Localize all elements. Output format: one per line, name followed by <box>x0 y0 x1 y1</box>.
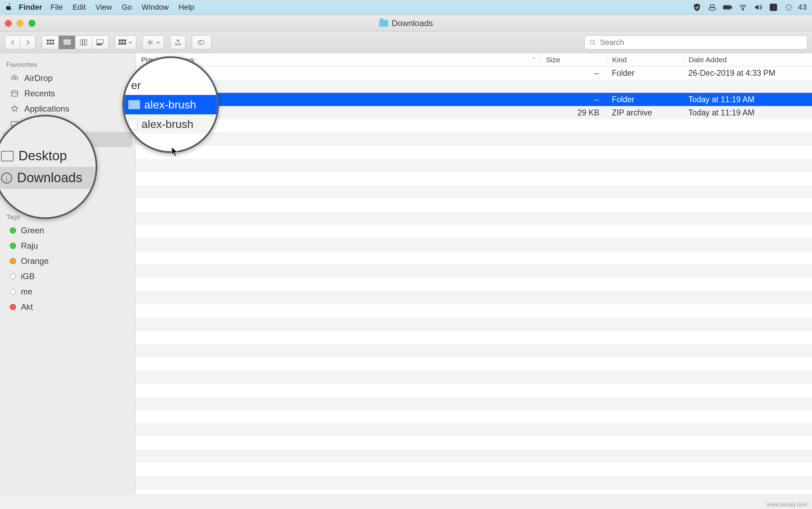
search-field[interactable] <box>585 35 807 49</box>
view-gallery-button[interactable] <box>92 35 108 49</box>
icloud-icon <box>10 150 19 159</box>
action-menu-button[interactable] <box>143 35 164 49</box>
file-kind: Folder <box>607 95 683 104</box>
svg-rect-4 <box>731 6 732 8</box>
svg-point-5 <box>742 9 743 10</box>
sidebar-tag-me[interactable]: me <box>0 284 135 299</box>
svg-rect-17 <box>80 40 82 45</box>
app-name[interactable]: Finder <box>19 3 42 12</box>
apple-menu-icon[interactable] <box>5 2 13 13</box>
file-list-area: Previous 7 Days ⌃ Size Kind Date Added -… <box>136 53 812 494</box>
column-header-kind[interactable]: Kind <box>607 56 683 64</box>
folder-icon <box>144 83 153 90</box>
file-name: alex-brush <box>157 95 194 104</box>
sidebar-item-label: AirDrop <box>24 73 52 83</box>
view-list-button[interactable] <box>58 35 75 49</box>
svg-rect-24 <box>119 40 120 41</box>
battery-icon[interactable] <box>722 3 733 12</box>
wifi-icon[interactable] <box>737 3 749 12</box>
menu-window[interactable]: Window <box>141 3 169 12</box>
sidebar-item-recents[interactable]: Recents <box>0 86 135 101</box>
svg-rect-9 <box>49 40 51 41</box>
sidebar-item-applications[interactable]: Applications <box>0 101 135 116</box>
group-by-button[interactable] <box>115 35 136 49</box>
menu-view[interactable]: View <box>96 3 112 12</box>
view-column-button[interactable] <box>75 35 92 49</box>
file-rows: -- Folder 26-Dec-2019 at 4:33 PM alex-br… <box>136 66 812 494</box>
column-header-size[interactable]: Size <box>541 56 607 64</box>
forward-button[interactable] <box>20 35 35 49</box>
svg-text:A: A <box>771 4 775 10</box>
svg-rect-8 <box>47 40 48 41</box>
tags-button[interactable] <box>192 35 211 49</box>
svg-rect-27 <box>119 43 120 44</box>
svg-rect-35 <box>11 91 17 96</box>
window-minimize-button[interactable] <box>17 20 24 27</box>
vm-icon[interactable] <box>706 3 718 12</box>
menu-edit[interactable]: Edit <box>73 3 86 12</box>
file-kind: Folder <box>607 68 683 78</box>
view-mode-segmented <box>42 35 108 49</box>
sidebar-item-label: Green <box>21 226 44 235</box>
file-row[interactable]: alex-brush 29 KB ZIP archive Today at 11… <box>136 106 812 119</box>
sidebar-tag-orange[interactable]: Orange <box>0 253 135 269</box>
sidebar-item-label: Network <box>24 189 55 199</box>
menu-file[interactable]: File <box>50 3 63 12</box>
tag-dot-icon <box>10 243 16 249</box>
file-size: -- <box>541 68 607 78</box>
menu-help[interactable]: Help <box>179 3 194 12</box>
file-row[interactable]: alex-brush -- Folder Today at 11:19 AM <box>136 93 812 106</box>
file-size: 29 KB <box>541 108 607 118</box>
network-icon <box>10 190 19 199</box>
menubar-clock[interactable]: 43 <box>798 3 807 12</box>
svg-rect-31 <box>198 40 204 44</box>
sidebar-header-favourites: Favourites <box>0 58 135 71</box>
share-button[interactable] <box>170 35 186 49</box>
sidebar-item-label: Applications <box>24 104 69 114</box>
back-button[interactable] <box>5 35 20 49</box>
sidebar-item-airdrop[interactable]: AirDrop <box>0 71 135 86</box>
tag-dot-icon <box>10 304 16 310</box>
sidebar-tag-akt[interactable]: Akt <box>0 299 135 315</box>
file-date: Today at 11:19 AM <box>683 108 812 118</box>
sidebar-tag-raju[interactable]: Raju <box>0 238 135 253</box>
finder-window: Downloads <box>0 15 812 494</box>
watermark-text: www.devaq.com <box>765 501 809 508</box>
file-row[interactable]: -- Folder 26-Dec-2019 at 4:33 PM <box>136 66 812 80</box>
sidebar-item-label: Raju <box>21 241 38 251</box>
svg-rect-28 <box>122 43 123 44</box>
window-zoom-button[interactable] <box>29 20 35 27</box>
sidebar-header-tags: Tags <box>0 210 135 223</box>
file-name: alex-brush <box>157 108 194 118</box>
svg-rect-29 <box>124 43 126 44</box>
volume-icon[interactable] <box>752 3 764 12</box>
file-row[interactable] <box>136 80 812 93</box>
sync-icon[interactable] <box>783 3 795 12</box>
file-kind: ZIP archive <box>607 108 683 118</box>
sidebar-tag-green[interactable]: Green <box>0 223 135 238</box>
sidebar-item-label: Downloads <box>24 135 66 144</box>
svg-point-34 <box>14 77 16 80</box>
applications-icon <box>10 104 19 113</box>
svg-rect-21 <box>97 44 98 45</box>
menu-go[interactable]: Go <box>122 3 132 12</box>
svg-rect-11 <box>47 43 48 44</box>
tag-dot-icon <box>10 258 16 264</box>
sidebar-item-network[interactable]: Network <box>0 187 135 202</box>
search-input[interactable] <box>600 38 803 47</box>
sidebar-item-label: iGB <box>21 272 35 281</box>
column-header-date[interactable]: Date Added <box>683 56 812 64</box>
sidebar-item-icloud[interactable]: iCloud Drive <box>0 147 135 162</box>
search-icon <box>589 39 596 46</box>
shield-icon[interactable] <box>691 3 703 12</box>
sidebar-item-desktop[interactable]: Desktop <box>0 116 135 132</box>
folder-icon <box>144 96 153 103</box>
sidebar-header-locations: Locations <box>0 174 135 187</box>
column-header-name[interactable]: Previous 7 Days ⌃ <box>136 56 541 64</box>
view-icon-button[interactable] <box>42 35 58 49</box>
sidebar-item-downloads[interactable]: Downloads <box>3 132 132 147</box>
input-source-icon[interactable]: A <box>768 3 779 12</box>
window-close-button[interactable] <box>5 20 12 27</box>
tag-dot-icon <box>10 289 16 295</box>
sidebar-tag-igb[interactable]: iGB <box>0 269 135 284</box>
